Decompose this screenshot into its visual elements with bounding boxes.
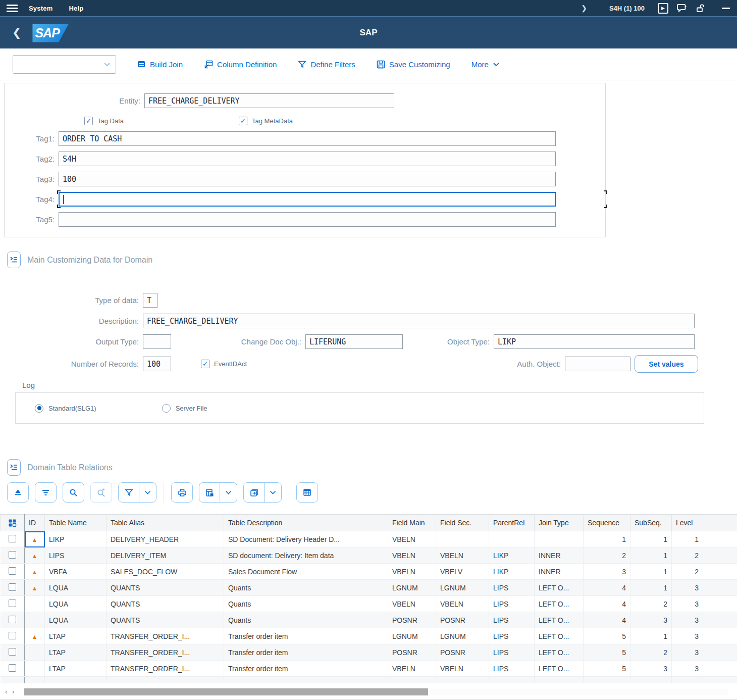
cell-join-type[interactable]: LEFT O... xyxy=(535,628,584,644)
col-level[interactable]: Level xyxy=(672,515,703,531)
cell-table-description[interactable]: Quants xyxy=(224,596,388,612)
cell-subseq[interactable]: 1 xyxy=(630,580,672,596)
cell-level[interactable]: 2 xyxy=(672,547,703,564)
row-checkbox[interactable] xyxy=(9,567,16,575)
cell-table-alias[interactable]: QUANTS xyxy=(107,612,224,628)
cell-field-main[interactable]: POSNR xyxy=(388,612,436,628)
export-split-button[interactable] xyxy=(199,482,237,503)
cell-level[interactable]: 3 xyxy=(672,596,703,612)
filter-split-button[interactable] xyxy=(118,482,156,503)
row-checkbox[interactable] xyxy=(9,551,16,559)
cell-field-main[interactable]: LGNUM xyxy=(388,628,436,644)
cell-sequence[interactable]: 4 xyxy=(584,612,630,628)
cell-join-type[interactable] xyxy=(535,531,584,547)
cell-field-sec[interactable]: LGNUM xyxy=(436,580,489,596)
log-server-file-radio[interactable]: Server File xyxy=(162,404,207,413)
cell-parent-rel[interactable]: LIPS xyxy=(489,580,535,596)
cell-subseq[interactable]: 2 xyxy=(630,596,672,612)
views-button[interactable] xyxy=(244,483,264,502)
cell-subseq[interactable]: 3 xyxy=(630,612,672,628)
cell-table-description[interactable]: Transfer order item xyxy=(224,644,388,661)
export-button[interactable] xyxy=(199,483,220,502)
play-box-icon[interactable]: ▶ xyxy=(658,3,668,14)
col-sequence[interactable]: Sequence xyxy=(584,515,630,531)
cell-table-name[interactable]: LTAP xyxy=(45,644,107,661)
cell-field-main[interactable]: LGNUM xyxy=(388,580,436,596)
output-type-input[interactable] xyxy=(143,334,171,349)
cell-table-description[interactable]: Quants xyxy=(224,612,388,628)
cell-sequence[interactable]: 4 xyxy=(584,596,630,612)
cell-parent-rel[interactable] xyxy=(489,531,535,547)
cell-parent-rel[interactable]: LIPS xyxy=(489,596,535,612)
scrollbar-thumb[interactable] xyxy=(24,688,428,695)
cell-table-description[interactable]: SD Document: Delivery Header D... xyxy=(224,531,388,547)
table-row[interactable]: ▲ VBFA SALES_DOC_FLOW Sales Document Flo… xyxy=(1,564,737,580)
define-filters-button[interactable]: Define Filters xyxy=(298,60,355,69)
cell-join-type[interactable]: INNER xyxy=(535,564,584,580)
cell-table-description[interactable]: Sales Document Flow xyxy=(224,564,388,580)
cell-subseq[interactable]: 1 xyxy=(630,564,672,580)
cell-field-sec[interactable] xyxy=(436,531,489,547)
cell-level[interactable]: 3 xyxy=(672,661,703,677)
cell-field-sec[interactable]: POSNR xyxy=(436,644,489,661)
sort-descending-button[interactable] xyxy=(35,482,57,503)
collapse-group-icon[interactable] xyxy=(7,252,21,268)
table-row[interactable]: LQUA QUANTS Quants POSNR POSNR LIPS LEFT… xyxy=(1,612,737,628)
cell-field-main[interactable]: VBELN xyxy=(388,661,436,677)
id-cell[interactable]: ▲ xyxy=(25,547,45,564)
cell-join-type[interactable]: LEFT O... xyxy=(535,580,584,596)
table-row[interactable]: LTAP TRANSFER_ORDER_I... Transfer order … xyxy=(1,644,737,661)
auth-object-input[interactable] xyxy=(565,357,630,371)
cell-table-name[interactable]: LTAP xyxy=(45,661,107,677)
cell-field-main[interactable]: VBELN xyxy=(388,564,436,580)
cell-sequence[interactable]: 5 xyxy=(584,644,630,661)
cell-subseq[interactable]: 2 xyxy=(630,644,672,661)
tag1-input[interactable]: ORDER TO CASH xyxy=(59,131,556,146)
cell-sequence[interactable]: 5 xyxy=(584,661,630,677)
cell-table-description[interactable]: Transfer order item xyxy=(224,628,388,644)
cell-table-alias[interactable]: TRANSFER_ORDER_I... xyxy=(107,661,224,677)
export-menu-button[interactable] xyxy=(220,483,237,502)
cell-table-description[interactable]: SD document: Delivery: Item data xyxy=(224,547,388,564)
table-row[interactable]: ▲ LTAP TRANSFER_ORDER_I... Transfer orde… xyxy=(1,628,737,644)
row-checkbox[interactable] xyxy=(9,583,16,591)
cell-table-alias[interactable]: QUANTS xyxy=(107,596,224,612)
row-checkbox[interactable] xyxy=(9,648,16,656)
cell-table-name[interactable]: LQUA xyxy=(45,580,107,596)
more-button[interactable]: More xyxy=(471,60,500,69)
col-parent-rel[interactable]: ParentRel xyxy=(489,515,535,531)
id-cell[interactable] xyxy=(25,661,45,677)
cell-field-sec[interactable]: POSNR xyxy=(436,612,489,628)
cell-field-sec[interactable]: VBELN xyxy=(436,661,489,677)
search-next-button[interactable] xyxy=(90,482,112,503)
cell-parent-rel[interactable]: LIPS xyxy=(489,628,535,644)
cell-table-name[interactable]: LIKP xyxy=(45,531,107,547)
back-chevron-icon[interactable]: ❮ xyxy=(12,27,21,38)
views-menu-button[interactable] xyxy=(264,483,281,502)
event-id-act-checkbox[interactable]: ✓ xyxy=(201,360,209,368)
menu-help[interactable]: Help xyxy=(69,5,83,12)
cell-table-name[interactable]: VBFA xyxy=(45,564,107,580)
cell-sequence[interactable]: 2 xyxy=(584,547,630,564)
cell-table-name[interactable]: LTAP xyxy=(45,628,107,644)
command-combobox[interactable] xyxy=(13,55,116,74)
cell-field-sec[interactable]: LGNUM xyxy=(436,628,489,644)
column-definition-button[interactable]: Column Definition xyxy=(204,60,277,69)
table-row[interactable]: LTAP TRANSFER_ORDER_I... Transfer order … xyxy=(1,661,737,677)
cell-parent-rel[interactable]: LIKP xyxy=(489,547,535,564)
table-row[interactable]: ▲ LIPS DELIVERY_ITEM SD document: Delive… xyxy=(1,547,737,564)
collapse-group-icon[interactable] xyxy=(7,459,21,476)
tag-data-checkbox[interactable]: ✓ xyxy=(84,117,93,125)
views-split-button[interactable] xyxy=(243,482,282,503)
cell-field-main[interactable]: POSNR xyxy=(388,644,436,661)
table-row[interactable]: ▲ LIKP DELIVERY_HEADER SD Document: Deli… xyxy=(1,531,737,547)
cell-join-type[interactable]: INNER xyxy=(535,547,584,564)
table-settings-button[interactable] xyxy=(296,482,318,503)
save-customizing-button[interactable]: Save Customizing xyxy=(377,60,450,69)
object-type-input[interactable]: LIKP xyxy=(494,334,695,349)
cell-table-alias[interactable]: DELIVERY_ITEM xyxy=(107,547,224,564)
cell-table-description[interactable]: Quants xyxy=(224,580,388,596)
scrollbar-track[interactable] xyxy=(24,688,728,695)
cell-level[interactable]: 3 xyxy=(672,580,703,596)
cell-table-name[interactable]: LQUA xyxy=(45,596,107,612)
